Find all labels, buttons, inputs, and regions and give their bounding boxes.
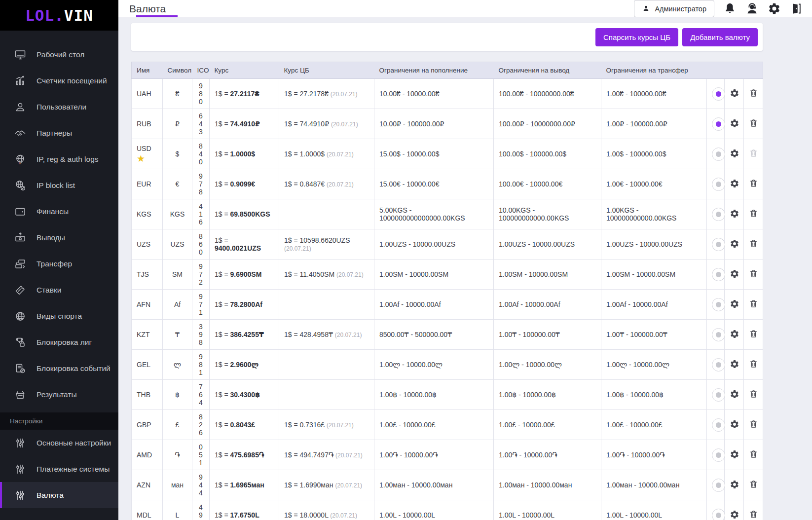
deposit-limits: 1.00ман - 10000.00ман — [379, 481, 452, 489]
currency-settings-button[interactable] — [730, 359, 739, 371]
sidebar-item[interactable]: Основные настройки — [0, 430, 118, 456]
currency-symbol-cell: $ — [163, 139, 192, 169]
currency-enabled-toggle[interactable] — [712, 418, 725, 432]
currency-delete-button[interactable] — [749, 480, 758, 490]
withdraw-limits-cell: 1.00ман - 10000.00ман — [494, 470, 601, 500]
sidebar-item[interactable]: Выводы — [0, 224, 118, 251]
rate-prefix: 1$ = — [215, 236, 228, 244]
currency-settings-button[interactable] — [730, 239, 739, 250]
toggle-cell — [707, 229, 725, 260]
currency-ico-cell: 498 — [192, 500, 210, 520]
sidebar-item[interactable]: Валюта — [0, 482, 118, 508]
sidebar-item[interactable]: Блокировка событий — [0, 355, 118, 381]
table-header-row: Имя Символ ICO Курс Курс ЦБ Ограничения … — [132, 62, 763, 79]
currency-delete-button[interactable] — [749, 239, 758, 250]
sidebar-item[interactable]: Рабочий стол — [0, 41, 118, 68]
currency-settings-button[interactable] — [730, 449, 739, 461]
logout-icon[interactable] — [790, 2, 803, 15]
currency-delete-button[interactable] — [749, 510, 758, 520]
currency-symbol-cell: Af — [163, 290, 192, 320]
gear-icon — [730, 480, 739, 491]
sidebar-item[interactable]: Счетчик посещений — [0, 68, 118, 94]
currency-settings-button[interactable] — [730, 329, 739, 340]
gear-icon — [730, 239, 739, 250]
currency-settings-button[interactable] — [730, 389, 739, 401]
currency-delete-button[interactable] — [749, 269, 758, 280]
currency-settings-button[interactable] — [730, 179, 739, 190]
currency-settings-button[interactable] — [730, 299, 739, 310]
sidebar-item[interactable]: Результаты — [0, 381, 118, 408]
currency-symbol: KGS — [170, 210, 185, 218]
currency-enabled-toggle[interactable] — [712, 509, 725, 520]
currency-enabled-toggle[interactable] — [712, 388, 725, 402]
currency-delete-button[interactable] — [749, 329, 758, 340]
main-area: Валюта Администратор Спарсить курсы ЦБ Д… — [118, 0, 812, 520]
cb-rate-date: (20.07.21) — [327, 151, 354, 158]
currency-name: KZT — [137, 331, 149, 338]
sidebar-item[interactable]: Трансфер — [0, 251, 118, 277]
sidebar-item[interactable]: Партнеры — [0, 120, 118, 146]
add-currency-button[interactable]: Добавить валюту — [682, 28, 758, 46]
currency-name-cell: KZT — [132, 320, 163, 350]
currency-enabled-toggle[interactable] — [712, 178, 725, 191]
currency-enabled-toggle[interactable] — [712, 148, 725, 161]
partners-icon — [14, 127, 27, 139]
delete-cell — [744, 199, 763, 229]
sidebar-item[interactable]: IPIP, reg & auth logs — [0, 146, 118, 172]
sidebar-item[interactable]: IP block list — [0, 172, 118, 198]
currency-row: EUR€9781$ = 0.9099€1$ = 0.8487€ (20.07.2… — [132, 169, 763, 199]
currency-settings-button[interactable] — [730, 480, 739, 491]
sidebar-item[interactable]: Финансы — [0, 198, 118, 224]
currency-enabled-toggle[interactable] — [712, 117, 725, 131]
currency-delete-button[interactable] — [749, 449, 758, 460]
sidebar-item[interactable]: Блокировка лиг — [0, 329, 118, 355]
sidebar-item-label: Рабочий стол — [37, 50, 84, 59]
currency-enabled-toggle[interactable] — [712, 208, 725, 221]
currency-enabled-toggle[interactable] — [712, 268, 725, 281]
currency-delete-button[interactable] — [749, 118, 758, 129]
currency-enabled-toggle[interactable] — [712, 448, 725, 462]
currency-delete-button[interactable] — [749, 88, 758, 99]
transfer-limits: 1.00₴ - 100000.00₴ — [606, 90, 666, 98]
currency-delete-button[interactable] — [749, 209, 758, 220]
currency-enabled-toggle[interactable] — [712, 238, 725, 251]
currency-delete-button[interactable] — [749, 359, 758, 370]
ip-block-icon — [14, 180, 27, 191]
currency-enabled-toggle[interactable] — [712, 298, 725, 311]
currency-enabled-toggle[interactable] — [712, 328, 725, 341]
trash-icon — [749, 88, 758, 99]
sidebar-item-label: Ставки — [37, 286, 61, 295]
transfer-icon — [14, 258, 27, 270]
settings-icon[interactable] — [768, 2, 781, 15]
currency-settings-button[interactable] — [730, 149, 739, 160]
currency-settings-button[interactable] — [730, 209, 739, 220]
currency-settings-button[interactable] — [730, 419, 739, 431]
parse-rates-button[interactable]: Спарсить курсы ЦБ — [595, 28, 678, 46]
currency-enabled-toggle[interactable] — [712, 358, 725, 371]
deposit-limits-cell: 5.00KGS - 1000000000000000.00KGS — [374, 199, 494, 229]
currency-enabled-toggle[interactable] — [712, 87, 725, 101]
currency-delete-button[interactable] — [749, 389, 758, 400]
transfer-limits: 1.00€ - 10000.00€ — [606, 180, 663, 188]
rate-value: 1.0000$ — [230, 150, 256, 158]
sidebar-item[interactable]: Ставки — [0, 277, 118, 303]
admin-button[interactable]: Администратор — [634, 0, 714, 17]
currency-delete-button[interactable] — [749, 419, 758, 430]
currency-settings-button[interactable] — [730, 118, 739, 130]
currency-settings-button[interactable] — [730, 510, 739, 520]
currency-delete-button[interactable] — [749, 179, 758, 189]
logo[interactable]: LOL.VIN — [0, 0, 118, 31]
currency-delete-button[interactable] — [749, 299, 758, 310]
sidebar-item[interactable]: Виды спорта — [0, 303, 118, 329]
currency-settings-button[interactable] — [730, 88, 739, 100]
currency-ico-cell: 416 — [192, 199, 210, 229]
cb-rate-cell: 1$ = 11.4050SM (20.07.21) — [279, 260, 374, 290]
cb-rate-cell: 1$ = 1.6990ман (20.07.21) — [279, 470, 374, 500]
sidebar-item[interactable]: Пользователи — [0, 94, 118, 120]
support-icon[interactable] — [745, 2, 759, 15]
transfer-limits: 1.00ლ - 10000.00ლ — [606, 361, 669, 369]
currency-settings-button[interactable] — [730, 269, 739, 280]
currency-enabled-toggle[interactable] — [712, 479, 725, 492]
notifications-icon[interactable] — [723, 2, 737, 15]
sidebar-item[interactable]: Платежные системы — [0, 456, 118, 482]
